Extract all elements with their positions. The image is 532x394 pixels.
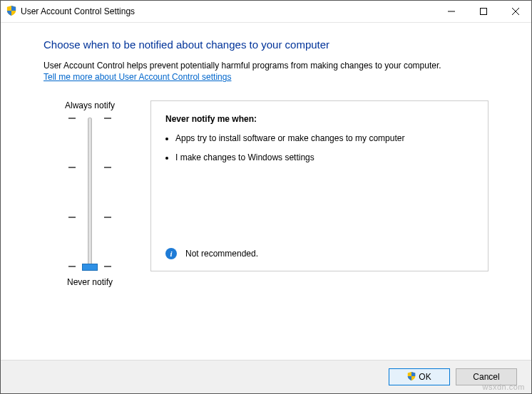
cancel-button[interactable]: Cancel [456, 368, 517, 385]
cancel-button-label: Cancel [473, 372, 499, 382]
maximize-button[interactable] [467, 1, 499, 22]
notification-slider[interactable] [68, 118, 111, 267]
ok-button-label: OK [419, 372, 431, 382]
slider-track [88, 118, 92, 269]
shield-icon [6, 6, 16, 18]
slider-thumb[interactable] [82, 264, 98, 271]
notification-slider-column: Always notify Never notify [44, 100, 136, 287]
svg-rect-1 [480, 9, 486, 15]
minimize-button[interactable] [435, 1, 467, 22]
ok-button[interactable]: OK [389, 368, 450, 385]
dialog-button-bar: OK Cancel [1, 360, 531, 393]
close-button[interactable] [499, 1, 531, 22]
learn-more-link[interactable]: Tell me more about User Account Control … [44, 72, 231, 82]
level-description-panel: Never notify me when: Apps try to instal… [150, 100, 488, 271]
content-area: Choose when to be notified about changes… [1, 23, 531, 360]
panel-bullet-list: Apps try to install software or make cha… [175, 133, 474, 164]
panel-bullet: Apps try to install software or make cha… [175, 133, 474, 145]
panel-bullet: I make changes to Windows settings [175, 152, 474, 164]
info-icon: i [165, 248, 177, 259]
window-title: User Account Control Settings [21, 6, 135, 16]
slider-top-label: Always notify [65, 100, 115, 110]
slider-bottom-label: Never notify [67, 277, 113, 287]
titlebar: User Account Control Settings [1, 1, 531, 23]
description-text: User Account Control helps prevent poten… [44, 61, 488, 71]
recommendation-text: Not recommended. [185, 249, 258, 259]
uac-settings-window: User Account Control Settings Choose whe… [0, 0, 532, 394]
panel-title: Never notify me when: [165, 114, 474, 124]
shield-icon [407, 372, 416, 383]
page-heading: Choose when to be notified about changes… [44, 38, 488, 51]
